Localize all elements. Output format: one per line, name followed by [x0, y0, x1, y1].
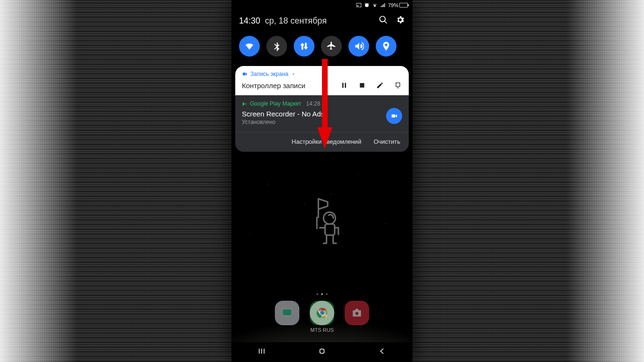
notifications-panel: Запись экрана Контроллер записи Google P…	[235, 66, 409, 152]
page-indicator	[231, 293, 413, 295]
pause-button[interactable]	[340, 81, 348, 90]
svg-rect-1	[325, 224, 334, 235]
astronaut-decoration	[307, 195, 345, 249]
qs-airplane[interactable]	[321, 36, 342, 57]
camera-front-icon	[394, 82, 402, 89]
camcorder-icon	[390, 112, 398, 120]
statusbar: 79%	[231, 0, 413, 10]
notification-title: Контроллер записи	[242, 82, 305, 90]
notification-subtitle: Установлено	[242, 119, 402, 125]
notification-app-name: Google Play Маркет	[250, 100, 301, 107]
camcorder-icon	[242, 71, 248, 77]
navigation-bar	[231, 342, 413, 362]
wifi-icon	[244, 41, 255, 51]
notification-app-name: Запись экрана	[250, 71, 289, 77]
cast-icon	[356, 2, 362, 8]
app-dock	[231, 301, 413, 325]
qs-sound[interactable]	[348, 36, 369, 57]
nav-recents[interactable]	[257, 347, 266, 357]
notification-title: Screen Recorder - No Ads	[242, 110, 402, 118]
notification-footer: Настройки уведомлений Очистить	[235, 132, 409, 152]
wifi-icon	[372, 2, 378, 8]
gear-icon	[396, 15, 405, 25]
google-play-icon	[242, 101, 247, 107]
battery-icon	[399, 3, 408, 8]
messages-icon	[281, 307, 293, 319]
airplane-icon	[326, 41, 337, 51]
carrier-label: MTS RUS	[231, 327, 413, 333]
qs-wifi[interactable]	[239, 36, 260, 57]
record-controls	[340, 81, 402, 90]
volume-icon	[354, 41, 364, 51]
battery-percent: 79%	[388, 2, 398, 8]
svg-rect-7	[320, 349, 324, 354]
signal-icon	[380, 2, 386, 8]
chevron-down-icon	[291, 72, 296, 76]
back-icon	[378, 347, 387, 355]
bluetooth-icon	[272, 41, 282, 51]
svg-point-6	[355, 312, 359, 315]
recents-icon	[257, 347, 266, 355]
battery-indicator: 79%	[388, 2, 408, 8]
chrome-icon	[316, 307, 328, 319]
date-label: ср, 18 сентября	[265, 16, 327, 26]
data-arrows-icon	[299, 41, 309, 51]
notification-screen-record[interactable]: Запись экрана Контроллер записи	[235, 66, 409, 95]
notification-google-play[interactable]: Google Play Маркет 14:28 Screen Recorder…	[235, 95, 409, 132]
app-camera[interactable]	[345, 301, 369, 325]
search-button[interactable]	[379, 15, 388, 26]
app-messages[interactable]	[275, 301, 299, 325]
svg-rect-2	[282, 309, 292, 315]
qs-mobile-data[interactable]	[294, 36, 314, 57]
quick-settings	[231, 33, 413, 66]
nav-back[interactable]	[378, 347, 387, 357]
home-icon	[318, 347, 326, 355]
shade-header: 14:30 ср, 18 сентября	[231, 10, 413, 33]
notification-time: 14:28	[306, 100, 320, 107]
notification-app-icon[interactable]	[386, 108, 402, 124]
location-icon	[381, 41, 391, 51]
pencil-icon	[376, 82, 384, 89]
notification-app-label[interactable]: Google Play Маркет 14:28	[242, 100, 402, 107]
notification-app-label[interactable]: Запись экрана	[242, 71, 402, 77]
stop-button[interactable]	[358, 81, 366, 90]
camera-icon	[351, 307, 363, 319]
qs-location[interactable]	[376, 36, 396, 57]
svg-point-5	[320, 311, 324, 315]
alarm-icon	[364, 2, 370, 8]
app-chrome[interactable]	[310, 301, 334, 325]
draw-button[interactable]	[376, 81, 384, 90]
nav-home[interactable]	[318, 347, 326, 357]
time-label: 14:30	[239, 16, 260, 26]
notification-settings-button[interactable]: Настройки уведомлений	[292, 138, 362, 145]
camera-overlay-button[interactable]	[394, 81, 402, 90]
stop-icon	[358, 82, 366, 89]
clear-all-button[interactable]: Очистить	[373, 138, 400, 145]
settings-button[interactable]	[396, 15, 405, 26]
pause-icon	[340, 82, 348, 89]
phone-frame: 79% 14:30 ср, 18 сентября	[231, 0, 413, 362]
search-icon	[379, 15, 388, 25]
date-time[interactable]: 14:30 ср, 18 сентября	[239, 16, 327, 26]
qs-bluetooth[interactable]	[266, 36, 287, 57]
